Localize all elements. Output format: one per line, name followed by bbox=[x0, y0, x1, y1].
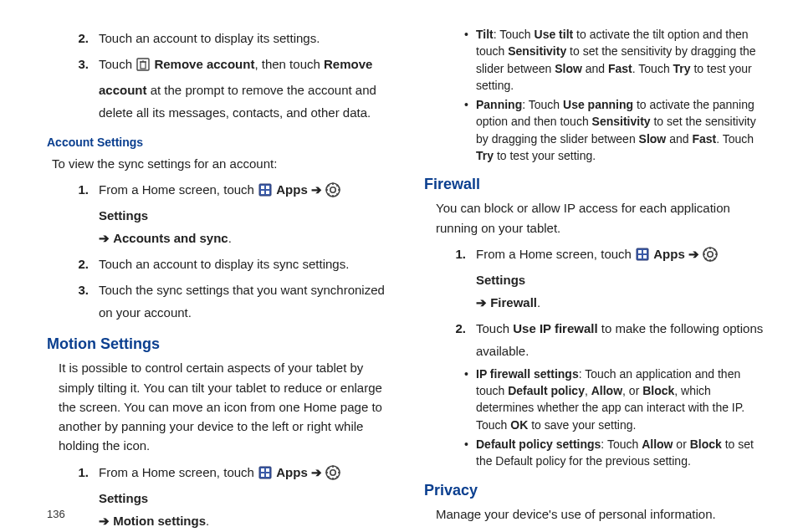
bullet-body: Tilt: Touch Use tilt to activate the til… bbox=[476, 26, 765, 94]
columns: 2. Touch an account to display its setti… bbox=[47, 23, 765, 532]
list-item: 3. Touch Remove account, then touch Remo… bbox=[67, 53, 387, 124]
bold-text: Block bbox=[690, 437, 722, 451]
apps-icon bbox=[258, 182, 273, 204]
text: From a Home screen, touch bbox=[476, 247, 632, 261]
gear-icon bbox=[325, 464, 340, 487]
arrow-icon: ➔ bbox=[476, 295, 487, 309]
text: Touch bbox=[476, 321, 513, 335]
bullet-body: Panning: Touch Use panning to activate t… bbox=[476, 96, 765, 164]
list-body: Touch Remove account, then touch Remove … bbox=[99, 53, 387, 124]
text: From a Home screen, touch bbox=[99, 465, 254, 479]
left-column: 2. Touch an account to display its setti… bbox=[47, 23, 387, 532]
text: : Touch bbox=[601, 437, 642, 451]
bold-text: Use tilt bbox=[535, 28, 574, 41]
list-number: 2. bbox=[444, 317, 476, 362]
bold-text: Use panning bbox=[563, 98, 633, 111]
bold-text: Slow bbox=[555, 62, 582, 75]
bold-text: Allow bbox=[591, 384, 622, 397]
bold-text: Try bbox=[476, 149, 494, 162]
bold-text: Tilt bbox=[476, 28, 494, 41]
bullet-item: • Default policy settings: Touch Allow o… bbox=[464, 436, 765, 470]
list-body: Touch an account to display its sync set… bbox=[99, 253, 387, 275]
bullet-body: IP firewall settings: Touch an applicati… bbox=[476, 366, 765, 433]
bullet-item: • Tilt: Touch Use tilt to activate the t… bbox=[464, 26, 765, 94]
bold-text: Settings bbox=[476, 273, 525, 287]
apps-icon bbox=[258, 464, 273, 487]
paragraph: Manage your device's use of personal inf… bbox=[436, 504, 765, 524]
list-body: From a Home screen, touch Apps ➔ Setting… bbox=[476, 243, 765, 314]
arrow-icon: ➔ bbox=[311, 465, 322, 479]
text: and bbox=[582, 62, 608, 75]
gear-icon bbox=[325, 182, 340, 204]
text: . Touch bbox=[632, 62, 673, 75]
bullet-dot: • bbox=[464, 366, 476, 433]
heading-firewall: Firewall bbox=[424, 176, 765, 193]
list-body: From a Home screen, touch Apps ➔ Setting… bbox=[99, 178, 387, 249]
list-item: 2. Touch Use IP firewall to make the fol… bbox=[444, 317, 765, 362]
bold-text: Remove account bbox=[154, 57, 254, 71]
page: 2. Touch an account to display its setti… bbox=[0, 0, 798, 532]
bullet-dot: • bbox=[464, 26, 476, 94]
list-item: 3. Touch the sync settings that you want… bbox=[67, 279, 387, 324]
paragraph: To view the sync settings for an account… bbox=[52, 154, 387, 173]
bold-text: Default policy settings bbox=[476, 437, 601, 451]
list-number: 3. bbox=[67, 53, 99, 124]
bullet-body: Default policy settings: Touch Allow or … bbox=[476, 436, 765, 470]
gear-icon bbox=[703, 246, 718, 269]
arrow-icon: ➔ bbox=[99, 231, 110, 245]
bullet-dot: • bbox=[464, 96, 476, 164]
bold-text: Panning bbox=[476, 98, 522, 111]
text: From a Home screen, touch bbox=[99, 182, 254, 197]
text: or bbox=[673, 437, 689, 451]
bold-text: Sensitivity bbox=[592, 115, 651, 128]
text: , or bbox=[622, 384, 642, 397]
bold-text: Apps bbox=[276, 465, 308, 479]
paragraph: It is possible to control certain aspect… bbox=[59, 358, 387, 455]
text: . bbox=[537, 295, 540, 309]
text: to test your setting. bbox=[494, 149, 596, 162]
bold-text: Apps bbox=[653, 247, 685, 261]
list-item: 2. Touch an account to display its sync … bbox=[67, 253, 387, 275]
bold-text: Accounts and sync bbox=[113, 231, 228, 245]
arrow-icon: ➔ bbox=[688, 247, 699, 261]
text: . Touch bbox=[716, 132, 754, 146]
right-column: • Tilt: Touch Use tilt to activate the t… bbox=[424, 23, 765, 532]
arrow-icon: ➔ bbox=[99, 514, 110, 528]
list-number: 1. bbox=[67, 461, 99, 532]
bold-text: Slow bbox=[639, 132, 667, 146]
text: , then touch bbox=[254, 57, 324, 71]
bold-text: Settings bbox=[99, 491, 148, 505]
list-number: 2. bbox=[67, 27, 99, 49]
bold-text: OK bbox=[510, 418, 528, 432]
text: . bbox=[206, 514, 209, 528]
text: , bbox=[585, 384, 591, 397]
bold-text: Allow bbox=[642, 437, 673, 451]
list-item: 1. From a Home screen, touch Apps ➔ Sett… bbox=[444, 243, 765, 314]
list-item: 1. From a Home screen, touch Apps ➔ Sett… bbox=[67, 178, 387, 249]
heading-motion-settings: Motion Settings bbox=[47, 335, 387, 353]
bold-text: Firewall bbox=[490, 295, 537, 309]
bold-text: Use IP firewall bbox=[513, 321, 597, 335]
text: : Touch bbox=[522, 98, 563, 111]
trash-icon bbox=[136, 56, 151, 79]
page-number: 136 bbox=[47, 508, 65, 520]
bullet-dot: • bbox=[464, 436, 476, 470]
bold-text: IP firewall settings bbox=[476, 367, 579, 381]
list-number: 1. bbox=[67, 178, 99, 249]
list-body: Touch Use IP firewall to make the follow… bbox=[476, 317, 765, 362]
heading-privacy: Privacy bbox=[424, 482, 765, 499]
apps-icon bbox=[635, 246, 650, 269]
bold-text: Block bbox=[642, 384, 674, 397]
text: and bbox=[666, 132, 692, 146]
text: : Touch bbox=[494, 28, 535, 41]
list-number: 2. bbox=[67, 253, 99, 275]
bullet-item: • IP firewall settings: Touch an applica… bbox=[464, 366, 765, 433]
subheading-account-settings: Account Settings bbox=[47, 136, 387, 149]
bold-text: Fast bbox=[608, 62, 632, 75]
bold-text: Sensitivity bbox=[508, 44, 566, 58]
list-body: From a Home screen, touch Apps ➔ Setting… bbox=[99, 461, 387, 532]
list-item: 2. Touch an account to display its setti… bbox=[67, 27, 387, 49]
list-number: 1. bbox=[444, 243, 476, 314]
list-number: 3. bbox=[67, 279, 99, 324]
list-item: 1. From a Home screen, touch Apps ➔ Sett… bbox=[67, 461, 387, 532]
